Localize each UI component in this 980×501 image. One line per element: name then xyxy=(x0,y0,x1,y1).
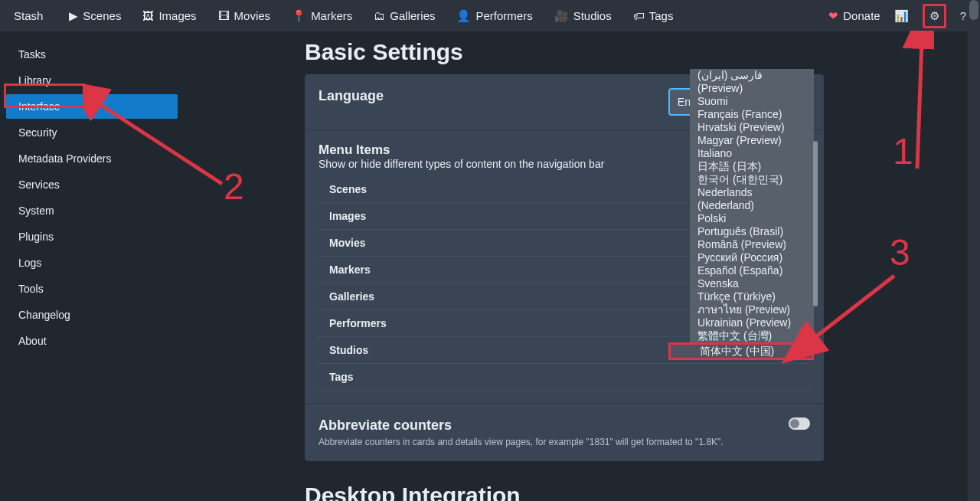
language-dropdown[interactable]: فارسی (ایران) (Preview) Suomi Français (… xyxy=(690,69,814,360)
lang-option[interactable]: Português (Brasil) xyxy=(690,225,814,238)
nav-links: ▶Scenes 🖼Images 🎞Movies 📍Markers 🗂Galler… xyxy=(69,9,673,23)
nav-images[interactable]: 🖼Images xyxy=(142,9,196,23)
abbrev-row: Abbreviate counters Abbreviate counters … xyxy=(305,404,824,461)
nav-right: ❤Donate 📊 ⚙ ? xyxy=(828,4,966,28)
stats-icon[interactable]: 📊 xyxy=(894,9,909,23)
settings-main: Basic Settings Language English (United … xyxy=(184,31,965,501)
lang-option[interactable]: Hrvatski (Preview) xyxy=(690,121,814,134)
menu-item[interactable]: Tags xyxy=(317,364,812,391)
top-nav: Stash ▶Scenes 🖼Images 🎞Movies 📍Markers 🗂… xyxy=(0,0,980,31)
nav-label: Studios xyxy=(573,9,612,22)
lang-option[interactable]: Ukrainian (Preview) xyxy=(690,316,814,329)
lang-option[interactable]: 繁體中文 (台灣) xyxy=(690,329,814,342)
lang-option[interactable]: Italiano xyxy=(690,147,814,160)
heart-icon: ❤ xyxy=(828,9,838,23)
lang-option[interactable]: Русский (Россия) xyxy=(690,251,814,264)
sidebar-item-services[interactable]: Services xyxy=(6,172,178,197)
lang-option[interactable]: Türkçe (Türkiye) xyxy=(690,290,814,303)
marker-icon: 📍 xyxy=(292,9,306,23)
image-icon: 🖼 xyxy=(142,9,154,22)
page-scrollbar[interactable] xyxy=(968,0,980,501)
settings-sidebar: Tasks Library Interface Security Metadat… xyxy=(0,31,184,501)
donate-link[interactable]: ❤Donate xyxy=(828,9,880,23)
donate-label: Donate xyxy=(843,9,880,22)
tag-icon: 🏷 xyxy=(633,9,645,22)
nav-studios[interactable]: 🎥Studios xyxy=(554,9,612,23)
dropdown-scrollbar[interactable] xyxy=(813,141,818,306)
sidebar-item-tools[interactable]: Tools xyxy=(6,277,178,301)
language-label: Language xyxy=(318,88,384,104)
section-title: Desktop Integration xyxy=(305,483,965,501)
lang-option[interactable]: Svenska xyxy=(690,277,814,290)
nav-tags[interactable]: 🏷Tags xyxy=(633,9,674,23)
nav-performers[interactable]: 👤Performers xyxy=(456,9,532,23)
lang-option[interactable]: 한국어 (대한민국) xyxy=(690,173,814,186)
nav-markers[interactable]: 📍Markers xyxy=(292,9,352,23)
sidebar-item-about[interactable]: About xyxy=(6,329,178,353)
body-layout: Tasks Library Interface Security Metadat… xyxy=(0,31,980,501)
page-title: Basic Settings xyxy=(305,39,965,65)
nav-label: Galleries xyxy=(390,9,435,22)
sidebar-item-logs[interactable]: Logs xyxy=(6,250,178,275)
lang-option[interactable]: Polski xyxy=(690,212,814,225)
lang-option[interactable]: Română (Preview) xyxy=(690,238,814,251)
sidebar-item-security[interactable]: Security xyxy=(6,120,178,145)
settings-highlight: ⚙ xyxy=(923,4,946,28)
lang-option-highlighted[interactable]: 简体中文 (中国) xyxy=(668,342,814,360)
lang-option[interactable]: 日本語 (日本) xyxy=(690,160,814,173)
gallery-icon: 🗂 xyxy=(374,9,385,22)
sidebar-item-plugins[interactable]: Plugins xyxy=(6,224,178,249)
sidebar-item-tasks[interactable]: Tasks xyxy=(6,42,178,67)
help-icon[interactable]: ? xyxy=(960,9,966,22)
lang-option[interactable]: Magyar (Preview) xyxy=(690,134,814,147)
lang-option[interactable]: فارسی (ایران) (Preview) xyxy=(690,69,814,95)
sidebar-item-metadata[interactable]: Metadata Providers xyxy=(6,146,178,171)
film-icon: 🎞 xyxy=(218,9,230,22)
nav-label: Markers xyxy=(311,9,352,22)
nav-label: Tags xyxy=(649,9,674,22)
nav-scenes[interactable]: ▶Scenes xyxy=(69,9,121,23)
brand-link[interactable]: Stash xyxy=(14,9,43,22)
lang-option[interactable]: Español (España) xyxy=(690,264,814,277)
abbrev-sub: Abbreviate counters in cards and details… xyxy=(318,437,724,447)
lang-option[interactable]: Nederlands (Nederland) xyxy=(690,186,814,212)
sidebar-item-changelog[interactable]: Changelog xyxy=(6,303,178,327)
gear-icon[interactable]: ⚙ xyxy=(929,9,939,23)
nav-galleries[interactable]: 🗂Galleries xyxy=(374,9,435,23)
person-icon: 👤 xyxy=(456,9,471,23)
lang-option[interactable]: ภาษาไทย (Preview) xyxy=(690,303,814,316)
sidebar-item-system[interactable]: System xyxy=(6,198,178,223)
nav-movies[interactable]: 🎞Movies xyxy=(218,9,271,23)
sidebar-item-library[interactable]: Library xyxy=(6,68,178,93)
abbrev-heading: Abbreviate counters xyxy=(318,418,724,434)
abbrev-toggle[interactable] xyxy=(789,418,810,430)
lang-option[interactable]: Français (France) xyxy=(690,108,814,121)
nav-label: Movies xyxy=(234,9,271,22)
play-icon: ▶ xyxy=(69,9,78,23)
sidebar-item-interface[interactable]: Interface xyxy=(6,94,178,119)
lang-option[interactable]: Suomi xyxy=(690,95,814,108)
camera-icon: 🎥 xyxy=(554,9,569,23)
nav-label: Images xyxy=(158,9,196,22)
nav-label: Scenes xyxy=(83,9,121,22)
nav-label: Performers xyxy=(475,9,532,22)
